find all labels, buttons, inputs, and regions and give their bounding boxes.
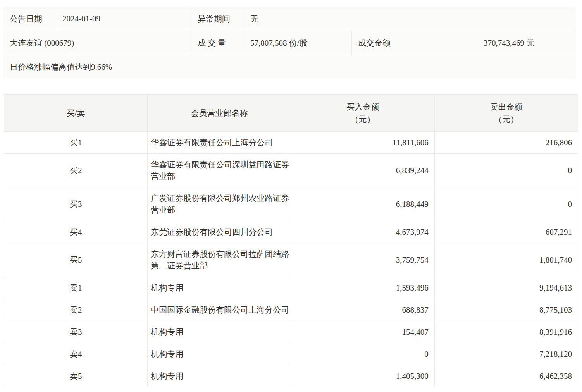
table-row: 卖1 机构专用 1,593,496 9,194,613 [4, 277, 578, 299]
volume-value: 57,807,508 份/股 [244, 31, 352, 55]
buy-amount-cell: 154,407 [291, 321, 434, 343]
buy-amount-cell: 3,759,754 [291, 243, 434, 277]
table-row: 卖5 机构专用 1,405,300 6,462,358 [4, 365, 578, 387]
broker-cell: 东方财富证券股份有限公司拉萨团结路第二证券营业部 [148, 243, 291, 277]
side-cell: 卖5 [4, 365, 148, 387]
table-row: 买5 东方财富证券股份有限公司拉萨团结路第二证券营业部 3,759,754 1,… [4, 243, 578, 277]
buy-amount-cell: 6,839,244 [291, 154, 434, 187]
summary-row-date: 公告日期 2024-01-09 异常期间 无 [3, 7, 576, 31]
abnormal-period-value: 无 [244, 7, 576, 31]
sell-amount-cell: 216,806 [434, 132, 578, 154]
buy-amount-cell: 4,673,974 [291, 221, 434, 243]
broker-cell: 中国国际金融股份有限公司上海分公司 [148, 299, 291, 321]
table-row: 买4 东莞证券股份有限公司四川分公司 4,673,974 607,291 [4, 221, 578, 243]
header-sell-amount-label: 卖出金额 [435, 101, 578, 113]
buy-amount-cell: 688,837 [291, 299, 434, 321]
side-cell: 卖2 [4, 299, 148, 321]
table-row: 卖3 机构专用 154,407 8,391,916 [4, 321, 578, 343]
sell-amount-cell: 6,462,358 [434, 365, 578, 387]
sell-amount-cell: 0 [434, 187, 578, 221]
abnormal-period-label: 异常期间 [191, 7, 244, 31]
header-buy-sell: 买/卖 [4, 95, 148, 132]
broker-cell: 机构专用 [148, 321, 291, 343]
summary-row-reason: 日价格涨幅偏离值达到9.66% [3, 55, 576, 79]
stock-name: 大连友谊 (000679) [3, 31, 191, 55]
side-cell: 买2 [4, 154, 148, 187]
rank-header-row: 买/卖 会员营业部名称 买入金额 （元） 卖出金额 （元） [4, 95, 578, 132]
sell-amount-cell: 9,194,613 [434, 277, 578, 299]
sell-amount-cell: 1,801,740 [434, 243, 578, 277]
broker-cell: 广发证券股份有限公司郑州农业路证券营业部 [148, 187, 291, 221]
broker-cell: 东莞证券股份有限公司四川分公司 [148, 221, 291, 243]
table-row: 卖2 中国国际金融股份有限公司上海分公司 688,837 8,775,103 [4, 299, 578, 321]
announce-date-value: 2024-01-09 [56, 7, 191, 31]
broker-cell: 机构专用 [148, 343, 291, 365]
header-buy-amount-unit: （元） [291, 113, 434, 126]
header-sell-amount: 卖出金额 （元） [434, 95, 578, 132]
broker-cell: 华鑫证券有限责任公司上海分公司 [148, 132, 291, 154]
announce-date-label: 公告日期 [3, 7, 56, 31]
summary-table: 公告日期 2024-01-09 异常期间 无 大连友谊 (000679) 成 交… [3, 7, 576, 79]
side-cell: 买3 [4, 187, 148, 221]
side-cell: 买4 [4, 221, 148, 243]
broker-cell: 机构专用 [148, 277, 291, 299]
sell-amount-cell: 7,218,120 [434, 343, 578, 365]
side-cell: 卖3 [4, 321, 148, 343]
side-cell: 卖4 [4, 343, 148, 365]
header-buy-amount: 买入金额 （元） [291, 95, 434, 132]
buy-amount-cell: 1,405,300 [291, 365, 434, 387]
header-broker-name: 会员营业部名称 [148, 95, 291, 132]
side-cell: 卖1 [4, 277, 148, 299]
broker-cell: 机构专用 [148, 365, 291, 387]
sell-amount-cell: 607,291 [434, 221, 578, 243]
turnover-value: 370,743,469 元 [477, 31, 576, 55]
sell-amount-cell: 8,391,916 [434, 321, 578, 343]
buy-amount-cell: 1,593,496 [291, 277, 434, 299]
broker-cell: 华鑫证券有限责任公司深圳益田路证券营业部 [148, 154, 291, 187]
header-sell-amount-unit: （元） [435, 113, 578, 126]
deviation-note: 日价格涨幅偏离值达到9.66% [3, 55, 576, 79]
side-cell: 买5 [4, 243, 148, 277]
buy-amount-cell: 0 [291, 343, 434, 365]
header-buy-amount-label: 买入金额 [291, 101, 434, 113]
summary-row-stock: 大连友谊 (000679) 成 交 量 57,807,508 份/股 成交金额 … [3, 31, 576, 55]
buy-amount-cell: 11,811,606 [291, 132, 434, 154]
table-row: 买2 华鑫证券有限责任公司深圳益田路证券营业部 6,839,244 0 [4, 154, 578, 187]
buy-amount-cell: 6,188,449 [291, 187, 434, 221]
volume-label: 成 交 量 [191, 31, 244, 55]
sell-amount-cell: 0 [434, 154, 578, 187]
trading-rank-table: 买/卖 会员营业部名称 买入金额 （元） 卖出金额 （元） 买1 华鑫证券有限责… [4, 94, 578, 387]
sell-amount-cell: 8,775,103 [434, 299, 578, 321]
announcement-page: 公告日期 2024-01-09 异常期间 无 大连友谊 (000679) 成 交… [0, 0, 582, 392]
turnover-label: 成交金额 [352, 31, 477, 55]
table-row: 买3 广发证券股份有限公司郑州农业路证券营业部 6,188,449 0 [4, 187, 578, 221]
table-row: 买1 华鑫证券有限责任公司上海分公司 11,811,606 216,806 [4, 132, 578, 154]
table-row: 卖4 机构专用 0 7,218,120 [4, 343, 578, 365]
side-cell: 买1 [4, 132, 148, 154]
